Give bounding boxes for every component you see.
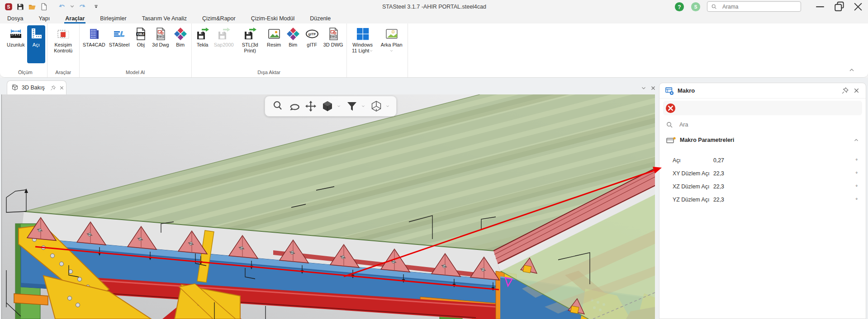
- ribbon-button-sap2000[interactable]: Sap2000: [213, 25, 235, 63]
- ribbon-button-a[interactable]: Açı: [27, 25, 45, 63]
- menu-yap[interactable]: Yapı: [38, 15, 51, 23]
- tabstrip-close-icon[interactable]: [650, 85, 656, 91]
- parameter-row-xy-d-zlem-a[interactable]: XY Düzlem Açı22,3°: [659, 167, 866, 180]
- ribbon-button-windows-11-light[interactable]: Windows 11 Light: [349, 25, 377, 63]
- ribbon-button-label: STASteel: [109, 42, 130, 48]
- parameter-value[interactable]: 22,3: [713, 183, 724, 190]
- redo-icon[interactable]: [78, 3, 86, 11]
- parameter-row-yz-d-zlem-a[interactable]: YZ Düzlem Açı22,3°: [659, 193, 866, 206]
- ribbon-button-bim[interactable]: Bim: [171, 25, 190, 63]
- customize-toolbar-icon[interactable]: [94, 4, 99, 9]
- ribbon-group-ara-lar: Kesişim KontrolüAraçlar: [47, 23, 80, 77]
- makro-panel-title: Makro: [678, 87, 838, 94]
- zoom-icon[interactable]: [271, 100, 283, 112]
- ribbon-button-label: Açı: [33, 42, 40, 48]
- view-tab-3d[interactable]: 3D Bakış: [7, 80, 66, 94]
- ribbon: UzunlukAçıÖlçümKesişim KontrolüAraçlarST…: [0, 23, 868, 78]
- parameter-value[interactable]: 22,3: [713, 170, 724, 177]
- parameter-value[interactable]: 0,27: [713, 157, 724, 164]
- parameter-value[interactable]: 22,3: [713, 197, 724, 203]
- ribbon-button-label: Arka Plan: [379, 42, 404, 53]
- menu-ara-lar[interactable]: Araçlar: [64, 15, 85, 23]
- axis-dropdown-icon[interactable]: [385, 104, 390, 108]
- chevron-down-icon: [389, 48, 394, 52]
- menu-tasar-m-ve-analiz[interactable]: Tasarım Ve Analiz: [141, 15, 188, 23]
- undo-icon[interactable]: [58, 3, 66, 11]
- pan-icon[interactable]: [305, 100, 317, 112]
- global-search[interactable]: [707, 1, 801, 12]
- parameter-label: XZ Düzlem Açı: [673, 183, 713, 190]
- intersect-icon: [57, 27, 70, 41]
- close-button[interactable]: [852, 2, 864, 12]
- view-tab-label: 3D Bakış: [22, 84, 45, 91]
- filter-dropdown-icon[interactable]: [361, 104, 365, 108]
- ribbon-button-arka-plan[interactable]: Arka Plan: [378, 25, 406, 63]
- makro-parameters-section[interactable]: Makro Parametreleri: [659, 133, 866, 147]
- filter-icon[interactable]: [346, 100, 358, 112]
- ribbon-button-obj[interactable]: OBJObj: [132, 25, 150, 63]
- ribbon-button-3d-dwg[interactable]: DWG3D DWG: [322, 25, 345, 63]
- ribbon-collapse-icon[interactable]: [848, 66, 855, 74]
- ribbon-button-uzunluk[interactable]: Uzunluk: [5, 25, 26, 63]
- maximize-button[interactable]: [833, 2, 845, 12]
- search-icon: [666, 121, 673, 128]
- menu-izim-rapor[interactable]: Çizim&Rapor: [201, 15, 237, 23]
- ribbon-button-stasteel[interactable]: STASteel: [108, 25, 131, 63]
- parameter-unit: °: [855, 158, 859, 163]
- ribbon-button-gitf[interactable]: glTFgITF: [303, 25, 321, 63]
- parameter-label: Açı: [673, 157, 713, 164]
- dwg-icon: DWG: [327, 27, 340, 41]
- ribbon-button-bim[interactable]: Bim: [284, 25, 302, 63]
- pin-panel-icon[interactable]: [841, 87, 849, 94]
- ribbon-button-label: Windows 11 Light: [350, 42, 375, 53]
- ribbon-button-stl-3d-print[interactable]: STL(3d Print): [236, 25, 264, 63]
- open-folder-icon[interactable]: [28, 3, 36, 11]
- new-document-icon[interactable]: [40, 3, 48, 11]
- dwg-icon: DWG: [154, 27, 167, 41]
- parameter-row-a[interactable]: Açı0,27°: [659, 154, 866, 167]
- close-panel-icon[interactable]: [853, 87, 860, 94]
- collapse-section-icon[interactable]: [853, 137, 859, 143]
- ribbon-button-label: Obj: [137, 42, 145, 48]
- ribbon-button-label: gITF: [307, 42, 317, 48]
- menu-izim-eski-mod-l[interactable]: Çizim-Eski Modül: [250, 15, 296, 23]
- user-avatar[interactable]: S: [691, 2, 701, 12]
- axis-view-icon[interactable]: [370, 100, 382, 112]
- makro-search[interactable]: [659, 115, 866, 133]
- global-search-input[interactable]: [721, 3, 778, 10]
- parameter-row-xz-d-zlem-a[interactable]: XZ Düzlem Açı22,3°: [659, 180, 866, 193]
- view-cube-icon[interactable]: [322, 100, 333, 112]
- save-icon[interactable]: [16, 3, 24, 11]
- undo-dropdown-icon[interactable]: [70, 4, 75, 9]
- parameter-label: YZ Düzlem Açı: [673, 197, 713, 203]
- ribbon-button-sta4cad[interactable]: STA4CAD: [81, 25, 107, 63]
- close-tab-icon[interactable]: [59, 85, 65, 91]
- makro-search-input[interactable]: [678, 121, 816, 128]
- gltf-icon: glTF: [305, 27, 319, 41]
- svg-text:OBJ: OBJ: [138, 32, 144, 36]
- orbit-icon[interactable]: [288, 100, 300, 112]
- menu-dosya[interactable]: Dosya: [6, 15, 24, 23]
- cancel-macro-button[interactable]: [665, 103, 676, 113]
- help-icon[interactable]: ?: [674, 2, 684, 12]
- export-icon: [196, 27, 209, 41]
- parameter-label: XY Düzlem Açı: [673, 170, 713, 177]
- tabstrip-dropdown-icon[interactable]: [640, 85, 647, 91]
- stasteel-icon: [113, 27, 126, 41]
- search-icon: [711, 4, 717, 9]
- menu-birle-imler[interactable]: Birleşimler: [99, 15, 127, 23]
- ribbon-button-resim[interactable]: Resim: [265, 25, 283, 63]
- minimize-button[interactable]: [814, 2, 826, 12]
- bim-icon: [286, 27, 300, 41]
- ribbon-group-d-a-aktar: TeklaSap2000STL(3d Print)ResimBimglTFgIT…: [192, 23, 347, 77]
- view-cube-dropdown-icon[interactable]: [337, 104, 341, 108]
- ribbon-button-tekla[interactable]: Tekla: [194, 25, 212, 63]
- pin-tab-icon[interactable]: [50, 85, 56, 91]
- ribbon-button-label: Kesişim Kontrolü: [51, 42, 76, 53]
- makro-panel: Makro Makro Parametreleri Açı0,27°XY Düz…: [659, 83, 866, 319]
- ribbon-button-kesi-im-kontrol[interactable]: Kesişim Kontrolü: [49, 25, 77, 63]
- menu-d-zenle[interactable]: Düzenle: [309, 15, 332, 23]
- ribbon-button-3d-dwg[interactable]: DWG3d Dwg: [151, 25, 170, 63]
- 3d-viewport[interactable]: [1, 94, 655, 319]
- ribbon-button-label: STA4CAD: [83, 42, 105, 48]
